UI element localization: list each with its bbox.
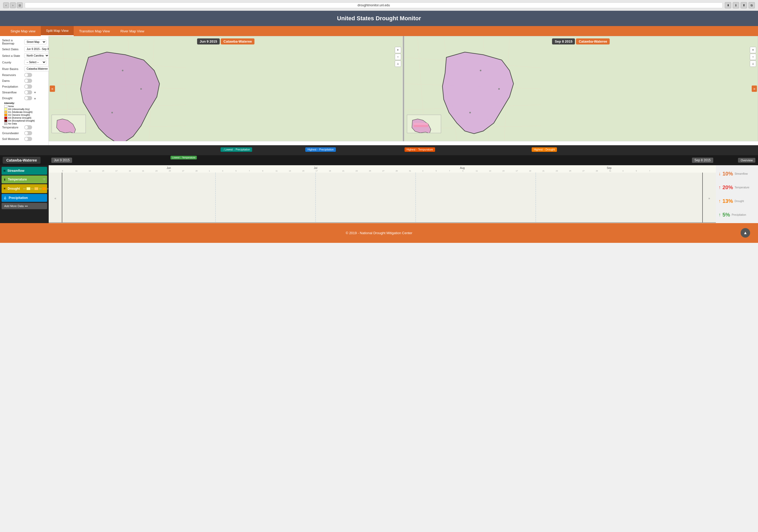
legend-nodata: No Data bbox=[4, 122, 46, 125]
browser-actions: ⬇ ℹ ⬆ ⧉ bbox=[725, 2, 755, 9]
streamflow-expand-icon[interactable]: ▼ bbox=[34, 91, 36, 94]
dates-row: Select Dates Jun 9 2015 - Sep 8 2015 bbox=[2, 47, 46, 51]
groundwater-row: Groundwater bbox=[2, 131, 46, 135]
precipitation-toggle[interactable] bbox=[24, 84, 32, 89]
app-nav: Single Map view Split Map View Transitio… bbox=[0, 26, 758, 36]
share-button[interactable]: ⬆ bbox=[741, 2, 747, 9]
temperature-row: Temperature bbox=[2, 125, 46, 129]
highest-drought-marker: Highest ↑ Drought bbox=[532, 147, 557, 152]
streamflow-stat: ↓ 10% Streamflow bbox=[718, 171, 755, 177]
nav-transition-map[interactable]: Transition Map View bbox=[74, 27, 115, 36]
drought-stat-value: 13% bbox=[722, 198, 733, 204]
map-next-button[interactable]: » bbox=[752, 85, 757, 92]
svg-text:5: 5 bbox=[435, 170, 437, 172]
county-select[interactable]: -- Select -- bbox=[24, 60, 46, 65]
soil-toggle[interactable] bbox=[24, 137, 32, 141]
add-data-label: Add More Data bbox=[4, 204, 24, 208]
reservoirs-row: Reservoirs bbox=[2, 73, 46, 77]
drought-expand-icon[interactable]: ▲ bbox=[34, 97, 36, 100]
county-row: County -- Select -- bbox=[2, 60, 46, 65]
drought-stat-label: Drought bbox=[735, 200, 744, 203]
map-prev-button[interactable]: « bbox=[50, 85, 55, 92]
nav-single-map[interactable]: Single Map view bbox=[5, 27, 41, 36]
add-data-button[interactable]: Add More Data ••• bbox=[2, 203, 47, 209]
precipitation-stat-label: Precipitation bbox=[732, 214, 746, 216]
temperature-toggle[interactable] bbox=[24, 125, 32, 129]
streamflow-layer-item[interactable]: ≋ Streamflow bbox=[2, 167, 47, 175]
overview-button[interactable]: Overview bbox=[738, 158, 755, 163]
nav-split-map[interactable]: Split Map View bbox=[41, 26, 74, 36]
map-right-zoom-in[interactable]: + bbox=[750, 47, 756, 53]
svg-text:11: 11 bbox=[476, 170, 478, 172]
month-sep: Sep bbox=[607, 167, 612, 169]
legend-d1: D1 (Moderate Drought) bbox=[4, 111, 46, 114]
precipitation-arrow-icon: ↑ bbox=[718, 212, 721, 217]
map-right-labels: Sep 8 2015 Catawba-Wateree bbox=[552, 38, 610, 45]
map-right-zoom-out[interactable]: − bbox=[750, 54, 756, 60]
svg-text:13: 13 bbox=[289, 170, 291, 172]
svg-text:11: 11 bbox=[75, 170, 77, 172]
temperature-stat-label: Temperature bbox=[735, 186, 749, 189]
precipitation-layer-item[interactable]: 💧 Precipitation bbox=[2, 194, 47, 202]
state-select[interactable]: North Carolina bbox=[24, 53, 49, 58]
browser-chrome: ‹ › ⊡ droughtmonitor.unl.edu ⬇ ℹ ⬆ ⧉ bbox=[0, 0, 758, 11]
app-header: United States Drought Monitor bbox=[0, 11, 758, 26]
map-left-zoom-in[interactable]: + bbox=[395, 47, 401, 53]
precipitation-row: Precipitation bbox=[2, 84, 46, 89]
chart-header-right: Overview bbox=[713, 158, 755, 163]
svg-text:5: 5 bbox=[236, 170, 237, 172]
map-right-home[interactable]: ⌂ bbox=[750, 60, 756, 67]
svg-text:21: 21 bbox=[342, 170, 344, 172]
temperature-layer-item[interactable]: 🌡 Temperature °F bbox=[2, 176, 47, 183]
svg-text:27: 27 bbox=[182, 170, 184, 172]
streamflow-stat-label: Streamflow bbox=[735, 172, 748, 175]
legend-none: None bbox=[4, 105, 46, 108]
precipitation-label: Precipitation bbox=[2, 85, 23, 88]
drought-stat: ↑ 13% Drought bbox=[718, 198, 755, 204]
chart-sidebar: ≋ Streamflow 🌡 Temperature °F ☀ Drought … bbox=[0, 165, 49, 223]
nav-river-map[interactable]: River Map View bbox=[115, 27, 150, 36]
state-label: Select a State bbox=[2, 54, 23, 57]
svg-text:9: 9 bbox=[463, 170, 464, 172]
svg-text:»: » bbox=[708, 197, 710, 200]
drought-icon: ☀ bbox=[3, 187, 6, 190]
scroll-top-button[interactable]: ▲ bbox=[741, 228, 750, 238]
legend-d2: D2 (Severe Drought) bbox=[4, 114, 46, 116]
basemap-select[interactable]: Street Map bbox=[24, 40, 46, 45]
tab-button[interactable]: ⊡ bbox=[17, 2, 23, 8]
download-button[interactable]: ⬇ bbox=[725, 2, 731, 9]
drought-toggle[interactable] bbox=[24, 96, 32, 100]
svg-text:19: 19 bbox=[529, 170, 531, 172]
groundwater-toggle[interactable] bbox=[24, 131, 32, 135]
streamflow-label: Streamflow bbox=[2, 91, 23, 94]
legend-d4-label: D4 (Exceptional Drought) bbox=[8, 119, 35, 122]
info-button[interactable]: ℹ bbox=[733, 2, 739, 9]
lowest-precip-icon: ↓ bbox=[223, 148, 224, 151]
highest-precip-marker: Highest ↑ Precipitation bbox=[305, 147, 336, 152]
map-left-home[interactable]: ⌂ bbox=[395, 60, 401, 67]
drought-layer-item[interactable]: ☀ Drought D0 D1 D2 D3 D4 bbox=[2, 184, 47, 193]
address-bar[interactable]: droughtmonitor.unl.edu bbox=[25, 2, 723, 8]
window-button[interactable]: ⧉ bbox=[748, 2, 755, 9]
streamflow-toggle[interactable] bbox=[24, 90, 32, 94]
streamflow-arrow-icon: ↓ bbox=[718, 171, 721, 177]
svg-rect-74 bbox=[49, 173, 716, 222]
temperature-layer-label: Temperature bbox=[8, 178, 27, 181]
d2-color bbox=[42, 187, 46, 190]
temperature-label: Temperature bbox=[2, 126, 23, 129]
map-left-zoom-out[interactable]: − bbox=[395, 54, 401, 60]
drought-legend: Intensity: None D0 (Abnormally Dry) D1 (… bbox=[4, 102, 46, 125]
event-markers-container: ↓ Lowest ↓ Precipitation Highest ↑ Preci… bbox=[51, 146, 758, 154]
dams-toggle[interactable] bbox=[24, 79, 32, 83]
highest-precip-badge: Highest ↑ Precipitation bbox=[305, 147, 336, 152]
river-row: River Basins Catawba-Wateree bbox=[2, 66, 46, 71]
precipitation-stat-value: 5% bbox=[722, 212, 730, 218]
svg-text:23: 23 bbox=[155, 170, 158, 172]
reservoirs-toggle[interactable] bbox=[24, 73, 32, 77]
map-left-controls: + − ⌂ bbox=[395, 47, 401, 67]
event-markers-bar: ↓ Lowest ↓ Precipitation Highest ↑ Preci… bbox=[0, 145, 758, 155]
precipitation-stat: ↑ 5% Precipitation bbox=[718, 212, 755, 218]
forward-button[interactable]: › bbox=[10, 2, 16, 8]
county-label: County bbox=[2, 61, 23, 64]
back-button[interactable]: ‹ bbox=[3, 2, 9, 8]
